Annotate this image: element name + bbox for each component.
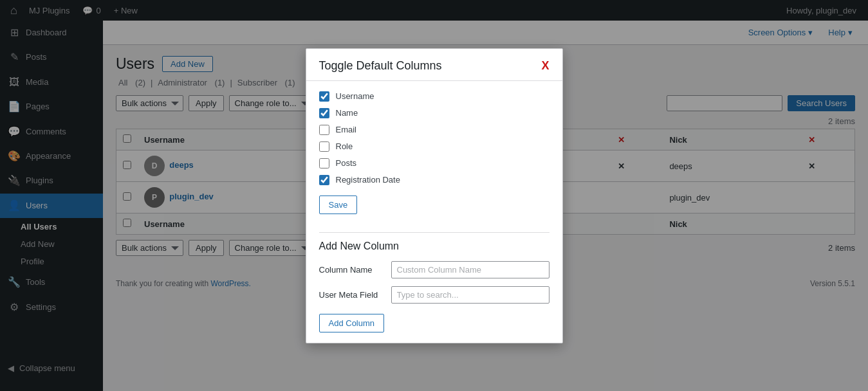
checkbox-email: Email	[319, 125, 549, 135]
user-meta-label: User Meta Field	[319, 290, 383, 300]
column-name-input[interactable]	[391, 261, 549, 278]
checkbox-email-input[interactable]	[319, 125, 329, 135]
checkbox-posts-input[interactable]	[319, 158, 329, 168]
modal-dialog: Toggle Default Columns X Username Name E…	[306, 48, 563, 343]
checkbox-username-input[interactable]	[319, 91, 329, 102]
save-button[interactable]: Save	[319, 196, 358, 214]
add-column-button[interactable]: Add Column	[319, 314, 385, 332]
checkbox-regdate: Registration Date	[319, 175, 549, 185]
section-divider	[319, 232, 549, 233]
checkbox-posts-label[interactable]: Posts	[336, 158, 357, 168]
modal-overlay[interactable]: Toggle Default Columns X Username Name E…	[0, 0, 868, 391]
checkbox-username-label[interactable]: Username	[336, 91, 374, 101]
checkbox-role-label[interactable]: Role	[336, 141, 353, 151]
user-meta-field: User Meta Field	[319, 286, 549, 304]
column-name-label: Column Name	[319, 265, 383, 275]
modal-body: Username Name Email Role Posts Registrat…	[306, 81, 562, 343]
checkbox-username: Username	[319, 91, 549, 102]
modal-title: Toggle Default Columns	[319, 59, 442, 73]
add-column-title: Add New Column	[319, 241, 549, 252]
modal-close-button[interactable]: X	[541, 60, 549, 71]
checkbox-name: Name	[319, 108, 549, 118]
checkbox-role-input[interactable]	[319, 141, 329, 152]
checkbox-email-label[interactable]: Email	[336, 125, 357, 134]
column-name-field: Column Name	[319, 261, 549, 278]
checkbox-name-input[interactable]	[319, 108, 329, 118]
user-meta-input[interactable]	[391, 286, 549, 304]
add-column-section: Add New Column Column Name User Meta Fie…	[319, 241, 549, 332]
checkbox-name-label[interactable]: Name	[336, 108, 358, 118]
modal-header: Toggle Default Columns X	[306, 49, 562, 81]
checkbox-regdate-input[interactable]	[319, 175, 329, 185]
checkbox-regdate-label[interactable]: Registration Date	[336, 175, 400, 185]
checkbox-role: Role	[319, 141, 549, 152]
checkbox-posts: Posts	[319, 158, 549, 168]
